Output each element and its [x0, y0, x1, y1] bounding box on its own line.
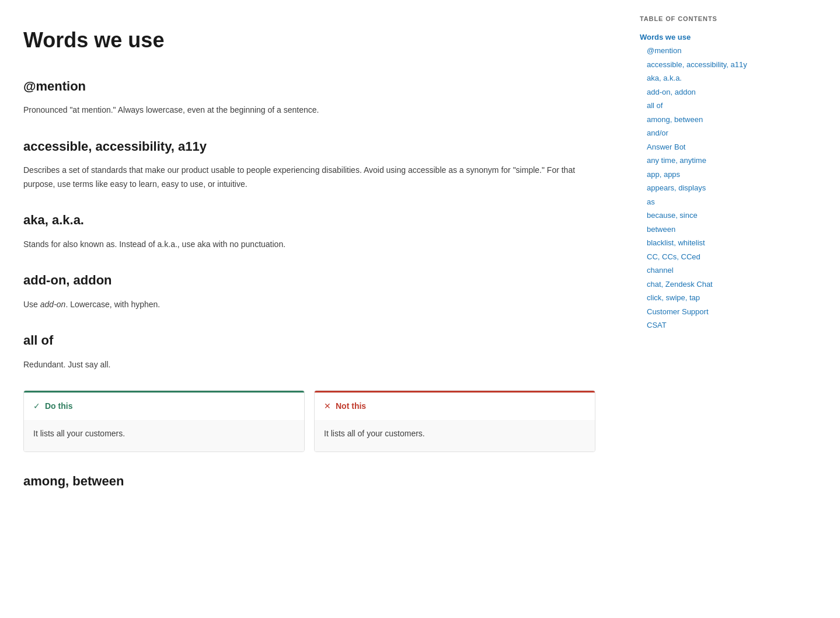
- page-title: Words we use: [23, 23, 595, 57]
- checkmark-icon: ✓: [33, 400, 40, 412]
- toc-link[interactable]: CC, CCs, CCed: [640, 251, 750, 263]
- do-this-box: ✓ Do this It lists all your customers.: [23, 390, 305, 452]
- section-heading-among-between: among, between: [23, 471, 595, 491]
- toc-item: all of: [640, 100, 750, 112]
- toc-link[interactable]: blacklist, whitelist: [640, 237, 750, 249]
- addon-italic: add-on: [40, 300, 66, 309]
- do-text: It lists all your customers.: [33, 429, 125, 438]
- section-body-aka: Stands for also known as. Instead of a.k…: [23, 238, 595, 252]
- toc-item: @mention: [640, 45, 750, 57]
- toc-item: app, apps: [640, 169, 750, 180]
- section-mention: @mention Pronounced "at mention." Always…: [23, 76, 595, 117]
- toc-item: any time, anytime: [640, 155, 750, 166]
- toc-item: chat, Zendesk Chat: [640, 279, 750, 290]
- cross-icon: ✕: [324, 400, 331, 412]
- toc-link[interactable]: accessible, accessibility, a11y: [640, 59, 750, 71]
- section-accessible: accessible, accessibility, a11y Describe…: [23, 136, 595, 192]
- toc-item: blacklist, whitelist: [640, 237, 750, 249]
- section-body-mention: Pronounced "at mention." Always lowercas…: [23, 103, 595, 117]
- toc-link[interactable]: Answer Bot: [640, 141, 750, 153]
- toc-link[interactable]: click, swipe, tap: [640, 292, 750, 304]
- do-label: Do this: [45, 400, 72, 412]
- toc-link[interactable]: @mention: [640, 45, 750, 57]
- not-header: ✕ Not this: [315, 391, 595, 419]
- toc-item: between: [640, 224, 750, 235]
- toc-item: Answer Bot: [640, 141, 750, 153]
- section-all-of: all of Redundant. Just say all.: [23, 330, 595, 372]
- example-boxes: ✓ Do this It lists all your customers. ✕…: [23, 390, 595, 452]
- do-header: ✓ Do this: [24, 391, 304, 419]
- not-content: It lists all of your customers.: [315, 420, 595, 452]
- not-text: It lists all of your customers.: [324, 429, 425, 438]
- toc-link[interactable]: Words we use: [640, 32, 750, 43]
- toc-link[interactable]: app, apps: [640, 169, 750, 180]
- section-body-addon: Use add-on. Lowercase, with hyphen.: [23, 298, 595, 312]
- toc-item: and/or: [640, 127, 750, 139]
- toc-item: add-on, addon: [640, 86, 750, 98]
- section-heading-addon: add-on, addon: [23, 270, 595, 290]
- toc-link[interactable]: channel: [640, 265, 750, 276]
- toc-item: click, swipe, tap: [640, 292, 750, 304]
- toc-link[interactable]: CSAT: [640, 320, 750, 331]
- section-body-all-of: Redundant. Just say all.: [23, 358, 595, 372]
- section-heading-aka: aka, a.k.a.: [23, 210, 595, 230]
- page-layout: Words we use @mention Pronounced "at men…: [0, 0, 840, 618]
- toc-link[interactable]: among, between: [640, 114, 750, 126]
- section-heading-mention: @mention: [23, 76, 595, 96]
- section-among-between: among, between: [23, 471, 595, 491]
- toc-item: appears, displays: [640, 182, 750, 194]
- main-content: Words we use @mention Pronounced "at men…: [0, 0, 630, 618]
- toc-item: among, between: [640, 114, 750, 126]
- section-heading-all-of: all of: [23, 330, 595, 350]
- toc-link[interactable]: as: [640, 196, 750, 208]
- section-heading-accessible: accessible, accessibility, a11y: [23, 136, 595, 157]
- section-aka: aka, a.k.a. Stands for also known as. In…: [23, 210, 595, 251]
- toc-link[interactable]: add-on, addon: [640, 86, 750, 98]
- toc-item: aka, a.k.a.: [640, 72, 750, 84]
- toc-link[interactable]: any time, anytime: [640, 155, 750, 166]
- toc-list: Words we use@mentionaccessible, accessib…: [640, 32, 750, 331]
- toc-link[interactable]: because, since: [640, 210, 750, 221]
- toc-link[interactable]: and/or: [640, 127, 750, 139]
- toc-link[interactable]: appears, displays: [640, 182, 750, 194]
- toc-item: Customer Support: [640, 306, 750, 318]
- section-addon: add-on, addon Use add-on. Lowercase, wit…: [23, 270, 595, 311]
- toc-item: channel: [640, 265, 750, 276]
- toc-link[interactable]: all of: [640, 100, 750, 112]
- not-this-box: ✕ Not this It lists all of your customer…: [314, 390, 595, 452]
- toc-title: TABLE OF CONTENTS: [640, 14, 750, 25]
- toc-item: accessible, accessibility, a11y: [640, 59, 750, 71]
- toc-item: Words we use: [640, 32, 750, 43]
- toc-item: CSAT: [640, 320, 750, 331]
- toc-link[interactable]: Customer Support: [640, 306, 750, 318]
- section-body-accessible: Describes a set of standards that make o…: [23, 164, 595, 192]
- toc-item: as: [640, 196, 750, 208]
- not-label: Not this: [336, 400, 366, 412]
- toc-item: because, since: [640, 210, 750, 221]
- toc-item: CC, CCs, CCed: [640, 251, 750, 263]
- table-of-contents: TABLE OF CONTENTS Words we use@mentionac…: [630, 0, 759, 618]
- do-content: It lists all your customers.: [24, 420, 304, 452]
- toc-link[interactable]: between: [640, 224, 750, 235]
- toc-link[interactable]: aka, a.k.a.: [640, 72, 750, 84]
- toc-link[interactable]: chat, Zendesk Chat: [640, 279, 750, 290]
